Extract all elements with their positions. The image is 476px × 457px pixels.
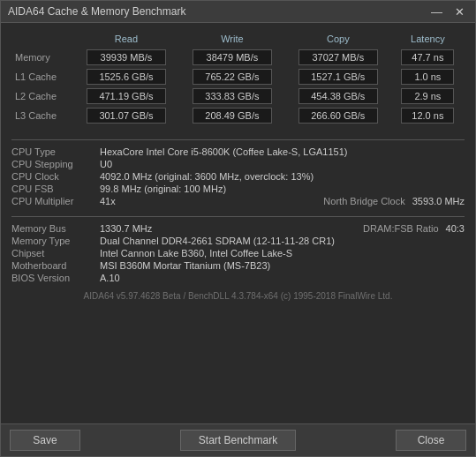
info-label: CPU FSB bbox=[11, 184, 100, 194]
copy-value: 266.60 GB/s bbox=[298, 108, 378, 124]
write-value: 333.83 GB/s bbox=[193, 88, 272, 104]
content-area: Read Write Copy Latency Memory 39939 MB/… bbox=[1, 23, 475, 423]
info-label: Memory Type bbox=[11, 236, 100, 246]
info-label: Memory Bus bbox=[11, 223, 100, 234]
latency-value: 2.9 ns bbox=[401, 88, 454, 104]
copy-value: 454.38 GB/s bbox=[298, 88, 378, 104]
table-row: L3 Cache 301.07 GB/s 208.49 GB/s 266.60 … bbox=[11, 106, 465, 125]
info-row: BIOS Version A.10 bbox=[11, 272, 465, 284]
extra-label: North Bridge Clock bbox=[323, 196, 404, 206]
write-value: 38479 MB/s bbox=[193, 49, 272, 65]
info-value: HexaCore Intel Core i5-8600K (Coffee Lak… bbox=[100, 146, 465, 157]
info-row: Chipset Intel Cannon Lake B360, Intel Co… bbox=[11, 247, 465, 259]
info-value: MSI B360M Mortar Titanium (MS-7B23) bbox=[100, 260, 465, 271]
info-label: CPU Clock bbox=[11, 171, 100, 182]
info-row: Memory Bus 1330.7 MHz DRAM:FSB Ratio 40:… bbox=[11, 222, 465, 235]
close-window-button[interactable]: ✕ bbox=[451, 6, 468, 18]
row-label: L1 Cache bbox=[11, 67, 73, 86]
info-value: Dual Channel DDR4-2661 SDRAM (12-11-11-2… bbox=[100, 236, 465, 246]
read-value: 1525.6 GB/s bbox=[87, 69, 166, 85]
info-label: BIOS Version bbox=[11, 273, 100, 283]
latency-value: 1.0 ns bbox=[401, 69, 454, 85]
info-label: Chipset bbox=[11, 248, 100, 258]
info-row: CPU Clock 4092.0 MHz (original: 3600 MHz… bbox=[11, 170, 465, 183]
info-row: CPU Stepping U0 bbox=[11, 158, 465, 170]
mem-info-section: Memory Bus 1330.7 MHz DRAM:FSB Ratio 40:… bbox=[11, 222, 465, 284]
col-latency: Latency bbox=[391, 32, 465, 48]
read-value: 471.19 GB/s bbox=[87, 88, 166, 104]
read-value: 39939 MB/s bbox=[87, 49, 166, 65]
info-label: CPU Multiplier bbox=[11, 196, 100, 206]
minimize-button[interactable]: — bbox=[427, 6, 446, 18]
title-bar: AIDA64 Cache & Memory Benchmark — ✕ bbox=[1, 1, 475, 23]
read-value: 301.07 GB/s bbox=[87, 108, 166, 124]
divider-2 bbox=[11, 216, 465, 217]
extra-value: 40:3 bbox=[446, 223, 465, 234]
info-half-right: North Bridge Clock 3593.0 MHz bbox=[238, 196, 465, 206]
write-value: 208.49 GB/s bbox=[193, 108, 272, 124]
info-label: CPU Type bbox=[11, 146, 100, 157]
title-bar-buttons: — ✕ bbox=[427, 6, 468, 18]
main-window: AIDA64 Cache & Memory Benchmark — ✕ Read… bbox=[0, 0, 476, 457]
row-label: L3 Cache bbox=[11, 106, 73, 125]
row-label: L2 Cache bbox=[11, 86, 73, 106]
info-half-right: DRAM:FSB Ratio 40:3 bbox=[238, 223, 465, 234]
copy-value: 1527.1 GB/s bbox=[298, 69, 378, 85]
cpu-info-section: CPU Type HexaCore Intel Core i5-8600K (C… bbox=[11, 146, 465, 207]
close-button[interactable]: Close bbox=[396, 430, 466, 451]
info-label: CPU Stepping bbox=[11, 159, 100, 169]
info-value: U0 bbox=[100, 159, 465, 169]
button-bar: Save Start Benchmark Close bbox=[1, 423, 475, 456]
info-value: 41x bbox=[100, 196, 238, 206]
table-row: L1 Cache 1525.6 GB/s 765.22 GB/s 1527.1 … bbox=[11, 67, 465, 86]
info-value: A.10 bbox=[100, 273, 465, 283]
info-row: Memory Type Dual Channel DDR4-2661 SDRAM… bbox=[11, 235, 465, 247]
table-row: Memory 39939 MB/s 38479 MB/s 37027 MB/s … bbox=[11, 48, 465, 67]
info-half-left: Memory Bus 1330.7 MHz bbox=[11, 223, 238, 234]
info-value: 99.8 MHz (original: 100 MHz) bbox=[100, 184, 465, 194]
col-write: Write bbox=[179, 32, 285, 48]
latency-value: 47.7 ns bbox=[401, 49, 454, 65]
info-row: Motherboard MSI B360M Mortar Titanium (M… bbox=[11, 259, 465, 272]
info-value: 4092.0 MHz (original: 3600 MHz, overcloc… bbox=[100, 171, 465, 182]
col-read: Read bbox=[73, 32, 179, 48]
info-value: 1330.7 MHz bbox=[100, 223, 238, 234]
info-value: Intel Cannon Lake B360, Intel Coffee Lak… bbox=[100, 248, 465, 258]
info-half-left: CPU Multiplier 41x bbox=[11, 196, 238, 206]
save-button[interactable]: Save bbox=[10, 430, 80, 451]
footer-text: AIDA64 v5.97.4628 Beta / BenchDLL 4.3.78… bbox=[11, 288, 465, 303]
info-row: CPU FSB 99.8 MHz (original: 100 MHz) bbox=[11, 183, 465, 195]
window-title: AIDA64 Cache & Memory Benchmark bbox=[8, 5, 185, 18]
start-benchmark-button[interactable]: Start Benchmark bbox=[180, 430, 296, 451]
extra-label: DRAM:FSB Ratio bbox=[363, 223, 439, 234]
row-label: Memory bbox=[11, 48, 73, 67]
info-row: CPU Multiplier 41x North Bridge Clock 35… bbox=[11, 195, 465, 207]
col-copy: Copy bbox=[285, 32, 391, 48]
extra-value: 3593.0 MHz bbox=[412, 196, 465, 206]
info-row: CPU Type HexaCore Intel Core i5-8600K (C… bbox=[11, 146, 465, 158]
table-row: L2 Cache 471.19 GB/s 333.83 GB/s 454.38 … bbox=[11, 86, 465, 106]
write-value: 765.22 GB/s bbox=[193, 69, 272, 85]
benchmark-table: Read Write Copy Latency Memory 39939 MB/… bbox=[11, 32, 465, 125]
divider-1 bbox=[11, 139, 465, 140]
latency-value: 12.0 ns bbox=[401, 108, 454, 124]
copy-value: 37027 MB/s bbox=[298, 49, 378, 65]
info-label: Motherboard bbox=[11, 260, 100, 271]
